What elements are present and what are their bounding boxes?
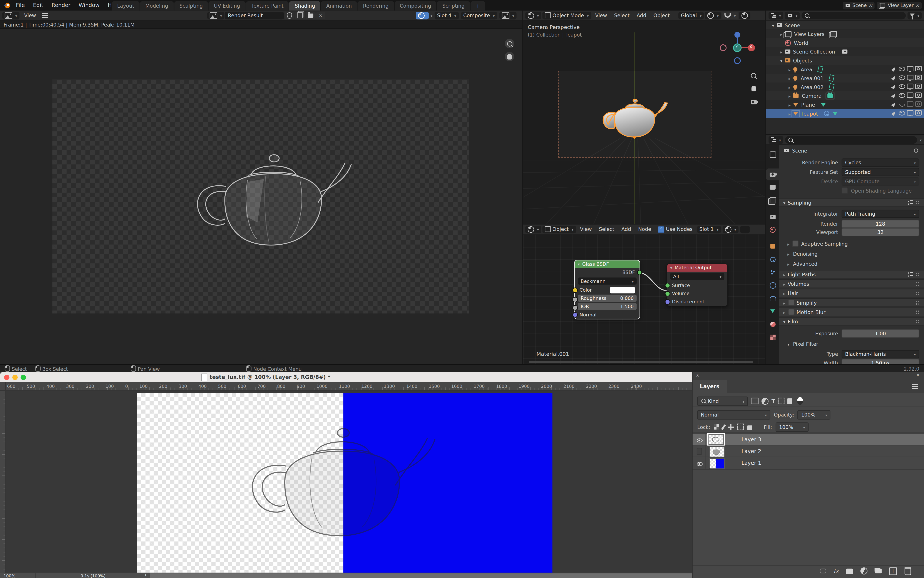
filter-width-field[interactable]: 1.50 px [841,359,919,364]
drag-grip-icon[interactable] [915,281,920,286]
image-view-menu[interactable]: View [21,12,39,18]
selectable-toggle[interactable] [890,67,898,72]
expand-icon[interactable] [780,49,782,54]
zoom-level-field[interactable]: 100% [0,573,35,578]
filter-shape-layers-icon[interactable] [778,398,785,404]
layer-visibility-toggle[interactable] [693,457,706,469]
transform-orientation-select[interactable]: Global [678,11,704,19]
unlink-image-button[interactable] [316,11,325,19]
outliner-row-area[interactable]: Area [766,65,924,74]
outliner-row-scene-collection[interactable]: Scene Collection [766,47,924,56]
outliner-search-input[interactable] [801,11,906,19]
hide-toggle[interactable] [898,84,906,90]
layer-name[interactable]: Layer 1 [741,460,761,466]
hamburger-icon[interactable] [42,13,48,18]
expand-icon[interactable] [788,102,791,107]
new-group-icon[interactable] [875,569,882,573]
expand-icon[interactable] [788,84,791,90]
outliner-row-world[interactable]: World [766,38,924,47]
zoom-window-button[interactable] [21,375,26,380]
display-mode-button[interactable] [769,11,783,19]
tab-particles[interactable] [766,266,779,278]
viewport-disable-toggle[interactable] [906,93,914,99]
close-icon[interactable] [915,3,919,8]
render-disable-toggle[interactable] [915,75,922,81]
exposure-field[interactable]: 1.00 [841,329,919,337]
osl-checkbox[interactable] [841,187,848,194]
filter-toggle-icon[interactable] [798,397,803,405]
roughness-input-socket[interactable] [573,297,578,302]
target-select[interactable]: All [670,273,724,280]
outliner-row-view-layers[interactable]: View Layers [766,29,924,38]
tab-material[interactable] [766,318,779,330]
lock-transparency-icon[interactable] [714,424,719,429]
drag-grip-icon[interactable] [915,291,920,295]
hide-toggle[interactable] [898,67,906,72]
teapot-object[interactable] [592,93,682,149]
layer-visibility-toggle[interactable] [693,434,706,445]
ior-slider[interactable]: IOR1.500 [578,303,637,310]
ps-canvas-area[interactable] [6,391,692,573]
normal-input-socket[interactable] [573,312,578,317]
expand-icon[interactable] [787,241,790,247]
fill-field[interactable]: 100% [776,422,809,432]
drag-grip-icon[interactable] [915,300,920,305]
viewport-disable-toggle[interactable] [906,75,914,81]
viewport-object-menu[interactable]: Object [651,12,673,18]
collection-icon[interactable] [842,49,848,54]
blend-mode-select[interactable]: Normal [697,410,770,419]
outliner-row-plane[interactable]: Plane [766,100,924,109]
viewport-view-menu[interactable]: View [592,12,610,18]
light-paths-panel-header[interactable]: Light Paths [779,270,924,279]
duplicate-image-button[interactable] [295,11,305,19]
motion-blur-checkbox[interactable] [788,309,794,315]
collapse-icon[interactable] [578,261,580,267]
panel-close-button[interactable]: x [696,372,699,378]
open-image-button[interactable] [306,11,316,19]
simplify-checkbox[interactable] [788,299,794,306]
ps-canvas[interactable] [137,393,552,573]
layer-row-2[interactable]: Layer 2 [693,445,924,457]
filter-kind-select[interactable]: Kind [697,396,748,406]
tab-texture[interactable] [766,331,779,343]
ps-titlebar[interactable]: teste_lux.tif @ 100% (Layer 3, RGB/8#) * [0,372,692,382]
tab-object-data[interactable] [766,305,779,317]
expand-icon[interactable] [787,261,790,266]
horizontal-ruler[interactable]: 6005004003002001000100200300400500600700… [6,382,692,391]
viewport-select-menu[interactable]: Select [611,12,633,18]
workspace-tab-sculpting[interactable]: Sculpting [174,1,208,10]
viewport-samples-field[interactable]: 32 [841,227,919,236]
render-disable-toggle[interactable] [915,84,922,90]
workspace-tab-animation[interactable]: Animation [321,1,357,10]
add-workspace-button[interactable]: + [471,1,485,10]
panel-collapse-button[interactable]: « [916,372,919,378]
slot-select[interactable]: Slot 4 [435,11,458,19]
minimize-window-button[interactable] [12,375,18,380]
tab-physics[interactable] [766,279,779,291]
editor-type-button[interactable] [525,11,541,19]
opacity-field[interactable]: 100% [798,410,831,419]
layers-tab[interactable]: Layers [693,380,727,393]
filter-button[interactable] [908,11,922,19]
render-disable-toggle[interactable] [915,101,922,108]
delete-layer-icon[interactable] [905,567,911,575]
filter-adjustment-layers-icon[interactable] [762,398,769,404]
selectable-toggle[interactable] [890,93,898,99]
hide-toggle[interactable] [898,93,906,99]
outliner-row-area-001[interactable]: Area.001 [766,73,924,83]
tab-object[interactable] [766,240,779,252]
zoom-tool-button[interactable] [505,39,514,48]
tab-scene[interactable] [766,211,779,222]
lock-artboard-icon[interactable] [737,424,744,430]
viewport-disable-toggle[interactable] [906,66,914,72]
viewport-camera-view-button[interactable] [749,98,758,107]
volume-input-socket[interactable] [665,291,670,296]
outliner-row-area-002[interactable]: Area.002 [766,83,924,91]
ior-input-socket[interactable] [573,305,578,310]
workspace-tab-uv-editing[interactable]: UV Editing [209,1,245,10]
pivot-point-select[interactable] [705,11,721,19]
integrator-select[interactable]: Path Tracing [841,209,919,218]
pass-select[interactable]: Composite [461,11,497,19]
viewport-disable-toggle[interactable] [906,84,914,90]
selectable-toggle[interactable] [890,75,898,81]
